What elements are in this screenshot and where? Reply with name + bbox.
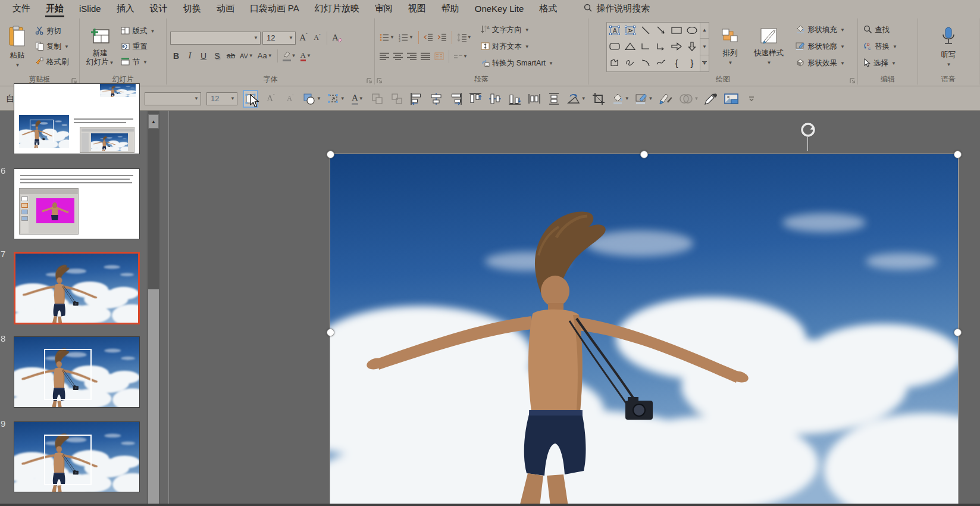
shape-triangle-icon[interactable]	[622, 39, 638, 55]
shape-curve-icon[interactable]	[653, 55, 669, 71]
align-left-button[interactable]	[378, 50, 390, 63]
shape-text-box-icon[interactable]: A	[607, 23, 622, 39]
shape-freeform-icon[interactable]	[607, 55, 622, 71]
scrollbar-thumb[interactable]	[148, 289, 159, 506]
shape-effects-button[interactable]: 形状效果 ▼	[794, 57, 847, 71]
copy-dropdown[interactable]: ▼	[64, 44, 69, 49]
tab-home[interactable]: 开始	[38, 0, 71, 17]
qat-shape-fill-button[interactable]: ▼	[303, 90, 321, 108]
shape-vertical-text-box-icon[interactable]: A	[622, 23, 638, 39]
arrange-button[interactable]: 排列 ▼	[716, 21, 744, 73]
shapes-scroll-down[interactable]: ▼	[700, 39, 709, 55]
text-shadow-button[interactable]: S	[211, 49, 223, 63]
resize-handle-top-center[interactable]	[640, 151, 648, 158]
resize-handle-middle-left[interactable]	[327, 329, 334, 336]
cut-button[interactable]: 剪切	[33, 24, 71, 39]
align-center-objects-button[interactable]	[429, 90, 443, 108]
font-size-combo[interactable]: 12▼	[262, 32, 296, 45]
copy-button[interactable]: 复制 ▼	[33, 40, 71, 54]
shape-elbow-arrow-connector-icon[interactable]	[653, 39, 669, 55]
style-brush-button[interactable]	[659, 90, 673, 108]
slide-thumbnail-8[interactable]	[14, 336, 140, 408]
shape-oval-icon[interactable]	[684, 23, 700, 39]
add-remove-columns-button[interactable]: ▼	[453, 50, 469, 63]
distribute-vertical-button[interactable]	[547, 90, 561, 108]
tab-slideshow[interactable]: 幻灯片放映	[307, 0, 367, 17]
drawing-dialog-launcher[interactable]	[849, 77, 856, 84]
text-highlight-button[interactable]: ▼	[281, 49, 298, 63]
numbering-button[interactable]: 123▼	[397, 31, 415, 44]
send-backward-button[interactable]	[390, 90, 404, 108]
strikethrough-button[interactable]: ab	[225, 49, 237, 63]
layout-button[interactable]: 版式 ▼	[119, 24, 156, 39]
rotate-objects-button[interactable]: ▼	[566, 90, 586, 108]
character-spacing-button[interactable]: AV▼	[239, 49, 255, 63]
find-button[interactable]: 查找	[862, 23, 899, 38]
tab-onekey-lite[interactable]: OneKey Lite	[467, 0, 532, 17]
quick-styles-button[interactable]: 快速样式 ▼	[751, 21, 787, 73]
align-top-objects-button[interactable]	[468, 90, 483, 108]
shape-rectangle-icon[interactable]	[669, 23, 684, 39]
text-direction-dropdown[interactable]: ▼	[525, 27, 530, 33]
qat-increase-font-button[interactable]: Aˆ	[264, 90, 278, 108]
font-dialog-launcher[interactable]	[366, 77, 373, 84]
slide-thumbnail-9[interactable]	[14, 421, 140, 492]
tab-pocket-animation[interactable]: 口袋动画 PA	[242, 0, 307, 17]
bold-button[interactable]: B	[170, 49, 182, 63]
section-dropdown[interactable]: ▼	[143, 60, 148, 65]
paste-button[interactable]: 粘贴 ▼	[4, 21, 31, 73]
rotate-handle[interactable]	[800, 121, 816, 155]
columns-button[interactable]	[433, 50, 445, 63]
increase-indent-button[interactable]	[436, 31, 448, 44]
tab-view[interactable]: 视图	[400, 0, 434, 17]
select-dropdown[interactable]: ▼	[891, 61, 896, 66]
shape-right-arrow-icon[interactable]	[669, 39, 684, 55]
qat-more-commands-button[interactable]	[744, 90, 759, 108]
shape-line-icon[interactable]	[638, 23, 653, 39]
shape-scribble-icon[interactable]	[622, 55, 638, 71]
resize-handle-middle-right[interactable]	[954, 329, 962, 336]
resize-handle-top-right[interactable]	[954, 151, 962, 158]
resize-handle-top-left[interactable]	[327, 151, 334, 158]
shape-fill-button[interactable]: 形状填充 ▼	[794, 23, 847, 38]
qat-fill-bucket-button[interactable]: ▼	[611, 90, 630, 108]
crop-button[interactable]	[591, 90, 606, 108]
decrease-font-size-button[interactable]: Aˇ	[311, 32, 323, 45]
change-case-button[interactable]: Aa▼	[256, 49, 274, 63]
tab-format[interactable]: 格式	[531, 0, 565, 17]
eyedropper-button[interactable]	[704, 90, 718, 108]
tab-file[interactable]: 文件	[5, 0, 38, 17]
shape-right-brace-icon[interactable]: }	[684, 55, 700, 71]
justify-button[interactable]	[419, 50, 431, 63]
shape-arrow-icon[interactable]	[653, 23, 669, 39]
shapes-scroll-up[interactable]: ▲	[700, 23, 709, 39]
arrange-dropdown[interactable]: ▼	[728, 60, 733, 65]
convert-smartart-button[interactable]: 转换为 SmartArt ▼	[479, 57, 555, 71]
tab-insert[interactable]: 插入	[109, 0, 142, 17]
align-right-objects-button[interactable]	[449, 90, 463, 108]
layout-dropdown[interactable]: ▼	[150, 29, 155, 34]
shape-left-brace-icon[interactable]: {	[669, 55, 684, 71]
tab-design[interactable]: 设计	[142, 0, 176, 17]
decrease-indent-button[interactable]	[422, 31, 434, 44]
replace-button[interactable]: bc 替换 ▼	[862, 40, 899, 54]
align-bottom-objects-button[interactable]	[508, 90, 522, 108]
qat-font-size-combo[interactable]: 12▼	[206, 92, 237, 105]
align-text-button[interactable]: 对齐文本 ▼	[479, 40, 555, 54]
qat-font-name-combo[interactable]: ▼	[145, 92, 201, 105]
shape-arc-icon[interactable]	[638, 55, 653, 71]
selected-picture[interactable]	[330, 154, 958, 506]
tab-help[interactable]: 帮助	[434, 0, 467, 17]
tab-review[interactable]: 审阅	[367, 0, 400, 17]
reset-button[interactable]: 重置	[119, 40, 156, 54]
shape-fill-dropdown[interactable]: ▼	[840, 27, 845, 33]
increase-font-size-button[interactable]: Aˆ	[298, 32, 309, 45]
slide-thumbnail-6[interactable]	[14, 168, 140, 239]
replace-dropdown[interactable]: ▼	[893, 44, 897, 49]
italic-button[interactable]: I	[184, 49, 196, 63]
qat-font-color-button[interactable]: A▼	[350, 90, 365, 108]
smartart-dropdown[interactable]: ▼	[549, 61, 553, 66]
insert-picture-button[interactable]	[724, 90, 739, 108]
bring-forward-button[interactable]	[370, 90, 384, 108]
shapes-gallery-more[interactable]: ▼	[700, 55, 709, 71]
